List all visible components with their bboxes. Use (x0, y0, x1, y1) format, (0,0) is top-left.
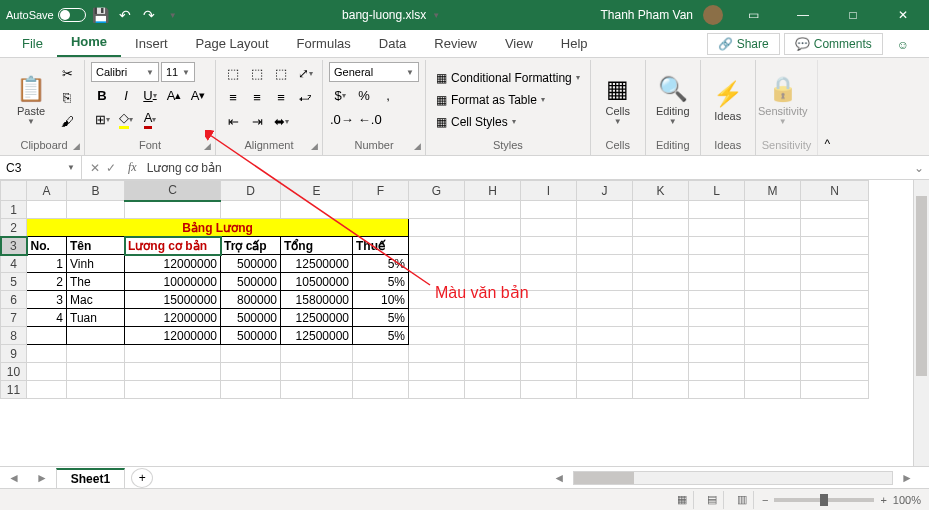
cell-C5[interactable]: 10000000 (125, 273, 221, 291)
cell-L2[interactable] (689, 219, 745, 237)
accounting-format-icon[interactable]: $▾ (329, 84, 351, 106)
cell-M7[interactable] (745, 309, 801, 327)
row-header-5[interactable]: 5 (1, 273, 27, 291)
cell-C8[interactable]: 12000000 (125, 327, 221, 345)
format-painter-icon[interactable]: 🖌 (56, 110, 78, 132)
tab-page-layout[interactable]: Page Layout (182, 30, 283, 57)
borders-button[interactable]: ⊞▾ (91, 108, 113, 130)
cell-N2[interactable] (801, 219, 869, 237)
cell-E10[interactable] (281, 363, 353, 381)
cell-title[interactable]: Bảng Lương (27, 219, 409, 237)
decrease-decimal-icon[interactable]: ←.0 (357, 108, 383, 130)
tab-review[interactable]: Review (420, 30, 491, 57)
cell-F1[interactable] (353, 201, 409, 219)
cell-F4[interactable]: 5% (353, 255, 409, 273)
cell-C3[interactable]: Lương cơ bản (125, 237, 221, 255)
cancel-formula-icon[interactable]: ✕ (90, 161, 100, 175)
increase-indent-icon[interactable]: ⇥ (246, 110, 268, 132)
enter-formula-icon[interactable]: ✓ (106, 161, 116, 175)
cell-styles-button[interactable]: ▦Cell Styles▾ (432, 113, 584, 131)
cell-N7[interactable] (801, 309, 869, 327)
col-header-C[interactable]: C (125, 181, 221, 201)
cell-K5[interactable] (633, 273, 689, 291)
cell-N6[interactable] (801, 291, 869, 309)
cell-C1[interactable] (125, 201, 221, 219)
ideas-button[interactable]: ⚡Ideas (707, 62, 749, 137)
cell-M11[interactable] (745, 381, 801, 399)
row-header-4[interactable]: 4 (1, 255, 27, 273)
cell-I4[interactable] (521, 255, 577, 273)
col-header-J[interactable]: J (577, 181, 633, 201)
cell-K3[interactable] (633, 237, 689, 255)
cell-N3[interactable] (801, 237, 869, 255)
cell-M3[interactable] (745, 237, 801, 255)
cell-K1[interactable] (633, 201, 689, 219)
font-launcher-icon[interactable]: ◢ (204, 141, 211, 151)
formula-bar[interactable]: Lương cơ bản (141, 161, 909, 175)
cell-G9[interactable] (409, 345, 465, 363)
cell-M4[interactable] (745, 255, 801, 273)
font-color-button[interactable]: A▾ (139, 108, 161, 130)
cell-N10[interactable] (801, 363, 869, 381)
cell-J1[interactable] (577, 201, 633, 219)
cell-C6[interactable]: 15000000 (125, 291, 221, 309)
format-as-table-button[interactable]: ▦Format as Table▾ (432, 91, 584, 109)
cell-L5[interactable] (689, 273, 745, 291)
cell-E9[interactable] (281, 345, 353, 363)
col-header-A[interactable]: A (27, 181, 67, 201)
cell-I3[interactable] (521, 237, 577, 255)
cell-G3[interactable] (409, 237, 465, 255)
cell-J6[interactable] (577, 291, 633, 309)
autosave-toggle[interactable]: AutoSave (6, 8, 86, 22)
cell-H11[interactable] (465, 381, 521, 399)
cell-N9[interactable] (801, 345, 869, 363)
row-header-11[interactable]: 11 (1, 381, 27, 399)
cell-E5[interactable]: 10500000 (281, 273, 353, 291)
cell-B3[interactable]: Tên (67, 237, 125, 255)
page-layout-view-icon[interactable]: ▤ (702, 491, 724, 509)
cell-A11[interactable] (27, 381, 67, 399)
sheet-tab-1[interactable]: Sheet1 (56, 468, 125, 488)
tab-data[interactable]: Data (365, 30, 420, 57)
tab-file[interactable]: File (8, 30, 57, 57)
cell-D6[interactable]: 800000 (221, 291, 281, 309)
row-header-8[interactable]: 8 (1, 327, 27, 345)
align-center-icon[interactable]: ≡ (246, 86, 268, 108)
cell-E8[interactable]: 12500000 (281, 327, 353, 345)
align-bottom-icon[interactable]: ⬚ (270, 62, 292, 84)
alignment-launcher-icon[interactable]: ◢ (311, 141, 318, 151)
cell-D4[interactable]: 500000 (221, 255, 281, 273)
collapse-ribbon-icon[interactable]: ^ (818, 60, 836, 155)
cell-F10[interactable] (353, 363, 409, 381)
align-middle-icon[interactable]: ⬚ (246, 62, 268, 84)
cell-B7[interactable]: Tuan (67, 309, 125, 327)
copy-icon[interactable]: ⎘ (56, 86, 78, 108)
cell-N4[interactable] (801, 255, 869, 273)
ribbon-display-icon[interactable]: ▭ (733, 0, 773, 30)
cell-G10[interactable] (409, 363, 465, 381)
cell-H10[interactable] (465, 363, 521, 381)
cell-C7[interactable]: 12000000 (125, 309, 221, 327)
avatar-icon[interactable] (703, 5, 723, 25)
cell-E11[interactable] (281, 381, 353, 399)
sheet-nav-next-icon[interactable]: ► (28, 471, 56, 485)
name-box[interactable]: C3▼ (0, 156, 82, 179)
cell-F11[interactable] (353, 381, 409, 399)
number-launcher-icon[interactable]: ◢ (414, 141, 421, 151)
col-header-D[interactable]: D (221, 181, 281, 201)
cell-A8[interactable] (27, 327, 67, 345)
increase-font-icon[interactable]: A▴ (163, 84, 185, 106)
comments-button[interactable]: 💬Comments (784, 33, 883, 55)
cell-D9[interactable] (221, 345, 281, 363)
undo-icon[interactable]: ↶ (116, 6, 134, 24)
add-sheet-icon[interactable]: + (131, 468, 153, 488)
cell-B4[interactable]: Vinh (67, 255, 125, 273)
cell-F6[interactable]: 10% (353, 291, 409, 309)
cell-I6[interactable] (521, 291, 577, 309)
cell-D1[interactable] (221, 201, 281, 219)
cell-H1[interactable] (465, 201, 521, 219)
cell-G11[interactable] (409, 381, 465, 399)
row-header-2[interactable]: 2 (1, 219, 27, 237)
col-header-M[interactable]: M (745, 181, 801, 201)
cell-J3[interactable] (577, 237, 633, 255)
